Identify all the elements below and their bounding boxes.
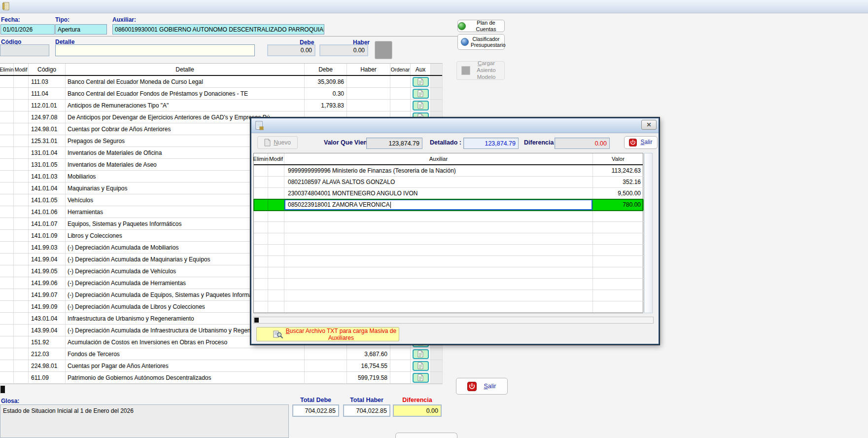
nuevo-label: Nuevo (274, 139, 291, 146)
auxiliar-field[interactable]: 0860019930001 GOBIERNO AUTONOMO DESCENTR… (112, 24, 324, 35)
cell-elimin (0, 123, 14, 135)
dialog-hscroll-thumb[interactable] (254, 318, 259, 323)
auxiliar-row-empty[interactable] (254, 301, 643, 313)
cell-modif (14, 194, 29, 206)
cell-elimin (0, 182, 14, 194)
cell-aux (411, 372, 431, 384)
cell-aux (411, 100, 431, 111)
cell-ordenar (390, 76, 411, 88)
cell-codigo: 143.01.04 (29, 313, 66, 325)
cell-valor: 352.16 (593, 177, 644, 188)
cell-modif (14, 254, 29, 265)
new-page-icon (264, 139, 271, 146)
auxiliar-row[interactable]: 0802108597 ALAVA SALTOS GONZALO352.16 (254, 177, 643, 188)
cell-filler (431, 100, 443, 111)
auxiliar-row-empty[interactable] (254, 290, 643, 301)
cell-elimin (254, 177, 268, 188)
aux-button[interactable] (413, 349, 429, 359)
cell-elimin (0, 336, 14, 348)
cell-aux (411, 88, 431, 100)
detallado-field: 123,874.79 (463, 138, 519, 149)
cell-codigo: 141.01.04 (29, 182, 66, 194)
cell-elimin (254, 211, 268, 222)
auxiliar-row-active[interactable]: 0850223918001 ZAMORA VERONICA780.00 (254, 199, 643, 211)
auxiliar-row-empty[interactable] (254, 211, 643, 222)
cell-auxiliar (284, 290, 593, 301)
codigo-input[interactable] (0, 44, 49, 56)
salir-main-label: Salir (484, 383, 496, 390)
aux-button[interactable] (413, 373, 429, 383)
main-table-hscrollbar[interactable] (0, 384, 443, 395)
auxiliar-row-empty[interactable] (254, 256, 643, 267)
cell-debe: 1,793.83 (305, 100, 347, 111)
glosa-textarea[interactable]: Estado de Situacion Inicial al 1 de Ener… (0, 404, 289, 438)
auxiliar-row-empty[interactable] (254, 233, 643, 245)
auxiliar-edit-input[interactable]: 0850223918001 ZAMORA VERONICA (284, 199, 592, 210)
cell-elimin (0, 313, 14, 325)
aux-button[interactable] (413, 89, 429, 99)
text-caret (390, 202, 391, 208)
auxiliar-row-empty[interactable] (254, 222, 643, 233)
auxiliar-row[interactable]: 2300374804001 MONTENEGRO ANGULO IVON9,50… (254, 188, 643, 199)
cargar-asiento-modelo-button[interactable]: Cargar Asiento Modelo (456, 61, 505, 80)
cell-modif (14, 348, 29, 360)
aux-button[interactable] (413, 361, 429, 371)
auxiliar-row[interactable]: 9999999999996 Ministerio de Finanzas (Te… (254, 165, 643, 177)
cell-modif (268, 245, 284, 256)
diferencia-field: 0.00 (393, 404, 442, 417)
salir-main-button[interactable]: Salir (456, 378, 508, 395)
cell-aux (411, 76, 431, 88)
add-entry-button[interactable] (375, 41, 392, 59)
cell-auxiliar (284, 279, 593, 290)
table-row: 111.03Banco Central del Ecuador Moneda d… (0, 76, 442, 88)
fecha-field[interactable]: 01/01/2026 (0, 24, 55, 35)
partial-bottom-button[interactable] (395, 433, 457, 438)
aux-button[interactable] (413, 77, 429, 87)
cell-elimin (0, 218, 14, 230)
main-hscroll-thumb[interactable] (0, 386, 5, 393)
cell-modif (268, 188, 284, 199)
aux-button[interactable] (413, 101, 429, 110)
detalle-input[interactable] (55, 44, 255, 56)
cell-modif (14, 159, 29, 171)
cargar-asiento-label: Cargar Asiento Modelo (473, 60, 500, 80)
cell-haber: 16,754.55 (347, 360, 390, 372)
cell-elimin (0, 289, 14, 301)
cell-modif (14, 111, 29, 123)
cell-debe (305, 372, 347, 384)
dialog-close-button[interactable]: ✕ (641, 120, 657, 130)
cell-codigo: 131.01.05 (29, 159, 66, 171)
haber-input[interactable]: 0.00 (319, 44, 368, 56)
cell-modif (268, 279, 284, 290)
cell-haber: 599,719.58 (347, 372, 390, 384)
cell-codigo: 141.99.03 (29, 242, 66, 254)
dialog-hscrollbar[interactable] (253, 317, 654, 324)
dialog-vscrollbar[interactable] (644, 153, 653, 313)
cell-elimin (254, 256, 268, 267)
cell-codigo: 112.01.01 (29, 100, 66, 111)
tipo-field[interactable]: Apertura (55, 24, 107, 35)
cell-elimin (254, 279, 268, 290)
auxiliar-row-empty[interactable] (254, 267, 643, 279)
header-codigo: Código (29, 64, 66, 75)
cell-modif (14, 265, 29, 277)
glosa-label: Glosa: (1, 398, 19, 404)
salir-dialog-button[interactable]: Salir (624, 136, 658, 149)
cell-modif (268, 233, 284, 245)
auxiliar-row-empty[interactable] (254, 245, 643, 256)
dialog-titlebar[interactable]: ✕ (251, 118, 659, 133)
debe-input[interactable]: 0.00 (267, 44, 315, 56)
cell-detalle: Fondos de Terceros (66, 348, 305, 360)
nuevo-button[interactable]: Nuevo (257, 136, 298, 149)
cell-elimin (0, 76, 14, 88)
cell-elimin (0, 135, 14, 147)
cell-modif (14, 123, 29, 135)
plan-de-cuentas-button[interactable]: Plan de Cuentas (457, 20, 505, 32)
header-aux: Aux (411, 64, 431, 75)
cell-auxiliar: 0850223918001 ZAMORA VERONICA (284, 199, 593, 211)
clasificador-presupuestario-button[interactable]: Clasificador Presupuestario (457, 34, 505, 50)
auxiliar-row-empty[interactable] (254, 279, 643, 290)
buscar-txt-button[interactable]: Buscar Archivo TXT para carga Masiva de … (256, 327, 399, 341)
buscar-txt-label: Buscar Archivo TXT para carga Masiva de … (283, 328, 399, 341)
cell-modif (268, 267, 284, 279)
